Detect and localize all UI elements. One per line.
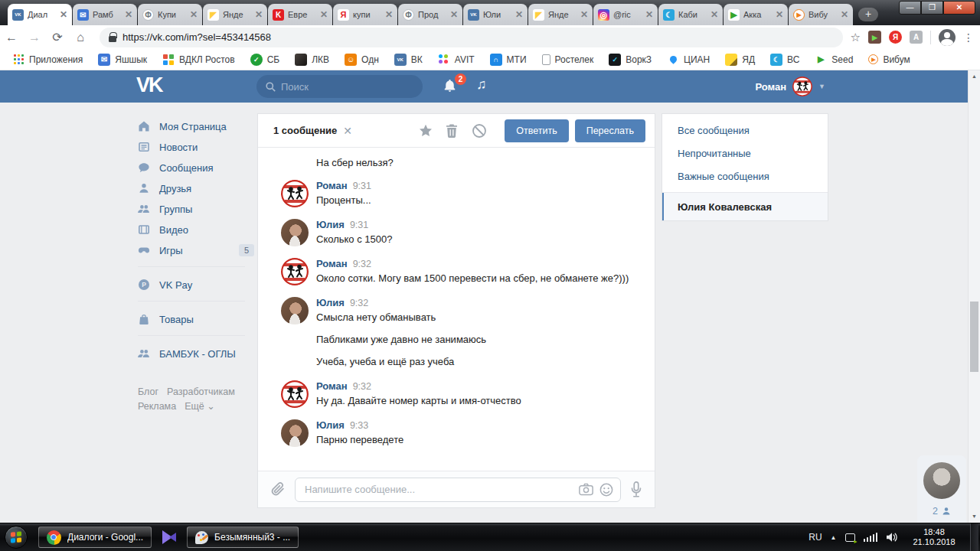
message-input[interactable] [295, 478, 621, 502]
user-avatar[interactable] [281, 380, 309, 408]
attach-icon[interactable] [270, 481, 286, 498]
bookmark-item[interactable]: ЛКВ [289, 51, 335, 68]
vk-search[interactable] [256, 75, 423, 98]
minimize-button[interactable]: — [899, 1, 921, 15]
bookmark-item[interactable]: Ростелек [536, 52, 600, 67]
sidebar-item-games[interactable]: Игры5 [138, 242, 254, 259]
user-avatar[interactable] [281, 419, 309, 447]
restore-button[interactable]: ❐ [921, 1, 943, 15]
show-desktop-button[interactable] [970, 523, 978, 551]
message-author[interactable]: Юлия [316, 297, 345, 308]
scroll-down-arrow[interactable]: ▼ [969, 511, 980, 522]
bookmark-item[interactable]: ВДКЛ Ростов [156, 51, 241, 68]
close-tab-icon[interactable]: ✕ [710, 10, 718, 19]
browser-tab[interactable]: ФКупи✕ [138, 4, 202, 25]
close-tab-icon[interactable]: ✕ [580, 10, 588, 19]
extension-tv-icon[interactable]: ▶ [868, 31, 881, 44]
bookmark-item[interactable]: ВоркЗ [603, 51, 658, 68]
browser-profile-icon[interactable] [939, 29, 956, 46]
browser-tab[interactable]: ▶Вибу✕ [789, 4, 853, 25]
address-bar[interactable]: https://vk.com/im?sel=453414568 [100, 28, 843, 47]
bookmark-item[interactable]: МТИ [484, 51, 533, 68]
close-tab-icon[interactable]: ✕ [385, 10, 393, 19]
message-author[interactable]: Роман [316, 258, 348, 269]
browser-tab[interactable]: KЕвре✕ [268, 4, 332, 25]
bookmark-item[interactable]: Яшшык [92, 51, 153, 68]
bookmark-item[interactable]: СБ [244, 51, 286, 68]
volume-icon[interactable] [886, 532, 898, 543]
extension-pdf-icon[interactable]: A [910, 31, 923, 44]
microphone-icon[interactable] [630, 481, 642, 498]
message-author[interactable]: Юлия [316, 219, 345, 230]
reload-button[interactable]: ⟳ [46, 30, 69, 44]
new-tab-button[interactable]: + [858, 8, 878, 21]
close-button[interactable]: ✕ [943, 1, 975, 15]
reply-button[interactable]: Ответить [505, 119, 568, 142]
tray-expand-icon[interactable]: ▲ [831, 534, 837, 541]
dialog-filter-link[interactable]: Все сообщения [662, 119, 828, 142]
emoji-icon[interactable] [599, 483, 613, 497]
browser-tab[interactable]: ◎@ric✕ [593, 4, 658, 25]
message-author[interactable]: Роман [316, 180, 348, 191]
user-avatar[interactable] [281, 219, 309, 246]
bookmark-item[interactable]: ВС [764, 51, 805, 68]
bookmark-star-icon[interactable]: ☆ [851, 31, 861, 44]
sidebar-item-home[interactable]: Моя Страница [138, 118, 254, 135]
browser-menu-icon[interactable]: ⋮ [963, 31, 974, 44]
footer-link[interactable]: Разработчикам [167, 386, 235, 397]
friend-avatar[interactable] [923, 462, 960, 499]
sidebar-item-news[interactable]: Новости [138, 139, 254, 155]
sidebar-item-messages[interactable]: Сообщения [138, 159, 254, 176]
browser-tab[interactable]: ◤Янде✕ [528, 4, 593, 25]
sidebar-item-vkpay[interactable]: PVK Pay [138, 276, 254, 293]
camera-icon[interactable] [579, 483, 593, 496]
message-author[interactable]: Юлия [316, 419, 345, 431]
dialog-filter-link[interactable]: Важные сообщения [662, 165, 828, 187]
sidebar-item-video[interactable]: Видео [138, 221, 254, 238]
sidebar-item-friends[interactable]: Друзья [138, 180, 254, 197]
notifications-bell[interactable]: 2 [442, 77, 460, 96]
sidebar-item-market[interactable]: Товары [138, 311, 254, 328]
block-message-icon[interactable] [472, 123, 487, 139]
taskbar-chrome-window[interactable]: Диалоги - Googl... [38, 527, 152, 548]
close-tab-icon[interactable]: ✕ [125, 10, 132, 19]
sidebar-item-groups[interactable]: БАМБУК - ОГЛЫ [138, 345, 254, 362]
bookmark-item[interactable]: Приложения [6, 51, 89, 68]
close-tab-icon[interactable]: ✕ [320, 10, 328, 19]
bookmark-item[interactable]: Вибум [862, 52, 916, 67]
message-author[interactable]: Роман [316, 380, 348, 392]
close-tab-icon[interactable]: ✕ [645, 10, 653, 19]
extension-yandex-icon[interactable]: Я [889, 31, 902, 44]
sidebar-item-groups[interactable]: Группы [138, 201, 254, 217]
back-button[interactable]: ← [0, 31, 23, 44]
close-tab-icon[interactable]: ✕ [450, 10, 458, 19]
footer-link[interactable]: Реклама [138, 401, 176, 412]
language-indicator[interactable]: RU [808, 532, 822, 543]
bookmark-item[interactable]: ЯД [719, 51, 761, 68]
close-tab-icon[interactable]: ✕ [60, 10, 67, 19]
footer-link[interactable]: Блог [138, 386, 158, 397]
browser-tab[interactable]: ☾Каби✕ [658, 4, 723, 25]
delete-message-icon[interactable] [445, 123, 460, 139]
bookmark-item[interactable]: ВК [388, 51, 429, 68]
vk-user-menu[interactable]: Роман ▼ [755, 70, 825, 103]
browser-tab[interactable]: ✉Рамб✕ [73, 4, 137, 25]
footer-link[interactable]: Ещё ⌄ [185, 401, 215, 412]
bookmark-item[interactable]: ЦИАН [661, 51, 716, 68]
vk-user-avatar[interactable] [792, 77, 812, 96]
close-tab-icon[interactable]: ✕ [255, 10, 263, 19]
browser-tab[interactable]: Якупи✕ [333, 4, 397, 25]
music-icon[interactable]: ♫ [476, 77, 487, 93]
bookmark-item[interactable]: AVIT [432, 51, 481, 68]
user-avatar[interactable] [281, 180, 309, 207]
url-text[interactable]: https://vk.com/im?sel=453414568 [122, 31, 271, 43]
page-scrollbar[interactable]: ▲ ▼ [968, 70, 980, 523]
bookmark-item[interactable]: Seed [808, 51, 859, 68]
user-avatar[interactable] [281, 258, 309, 285]
taskbar-paint-window[interactable]: Безымянный3 - ... [187, 527, 299, 548]
browser-tab[interactable]: ФПрод✕ [398, 4, 462, 25]
kmplayer-icon[interactable] [162, 530, 176, 544]
scrollbar-thumb[interactable] [970, 302, 978, 372]
browser-tab[interactable]: VKДиал✕ [8, 4, 72, 25]
active-dialog-item[interactable]: Юлия Ковалевская [662, 193, 828, 220]
